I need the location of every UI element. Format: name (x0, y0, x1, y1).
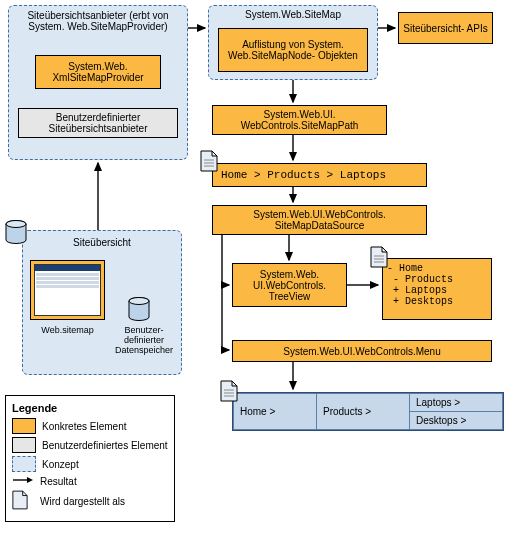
legend-title: Legende (12, 402, 168, 414)
legend-rendered: Wird dargestellt als (40, 496, 125, 507)
legend-doc-icon (12, 490, 34, 512)
legend-result: Resultat (40, 476, 77, 487)
legend: Legende Konkretes Element Benutzerdefini… (5, 395, 175, 522)
legend-userdef: Benutzerdefiniertes Element (42, 440, 168, 451)
legend-concrete: Konkretes Element (42, 421, 127, 432)
legend-sw-userdef (12, 437, 36, 453)
legend-concept: Konzept (42, 459, 79, 470)
legend-sw-concrete (12, 418, 36, 434)
legend-sw-concept (12, 456, 36, 472)
legend-arrow-icon (12, 475, 34, 487)
